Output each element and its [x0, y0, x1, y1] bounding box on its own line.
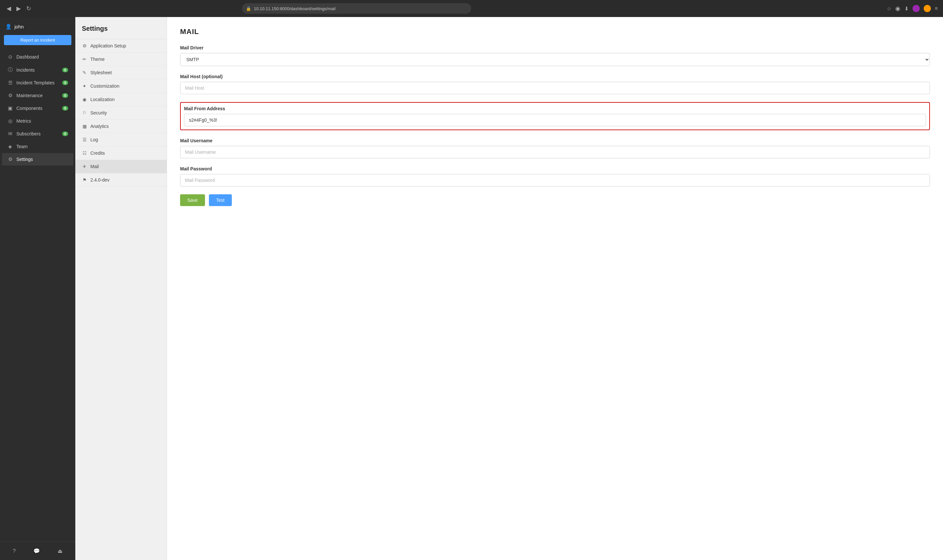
sidebar-item-label: Components — [16, 106, 42, 111]
refresh-button[interactable]: ↻ — [25, 4, 32, 13]
sidebar-item-components[interactable]: ▣ Components 0 — [2, 102, 73, 114]
mail-host-input[interactable] — [180, 82, 930, 94]
mail-username-input[interactable] — [180, 146, 930, 158]
sidebar-footer: ? 💬 ⏏ — [0, 542, 75, 560]
main-nav: ⊙ Dashboard ⓘ Incidents 0 ☰ Incident Tem… — [0, 50, 75, 542]
mail-from-address-input[interactable] — [184, 114, 926, 126]
star-button[interactable]: ☆ — [887, 6, 891, 12]
stylesheet-icon: ✎ — [82, 70, 87, 75]
settings-item-mail[interactable]: ✈ Mail — [75, 160, 167, 173]
sidebar-item-dashboard[interactable]: ⊙ Dashboard — [2, 51, 73, 63]
app-container: 👤 john Report an incident ⊙ Dashboard ⓘ … — [0, 17, 943, 560]
settings-item-stylesheet[interactable]: ✎ Stylesheet — [75, 66, 167, 80]
mail-from-address-label: Mail From Address — [184, 106, 926, 111]
sidebar-item-incidents[interactable]: ⓘ Incidents 0 — [2, 63, 73, 76]
incident-templates-badge: 0 — [62, 80, 68, 85]
username: john — [14, 24, 23, 29]
main-content: MAIL Mail Driver SMTP Mailgun Log Array … — [167, 17, 943, 560]
maintenance-icon: ⚙ — [7, 92, 13, 98]
sidebar-item-settings[interactable]: ⚙ Settings — [2, 153, 73, 166]
mail-username-label: Mail Username — [180, 138, 930, 143]
settings-icon: ⚙ — [7, 156, 13, 162]
sidebar-item-team[interactable]: ◈ Team — [2, 140, 73, 153]
form-actions: Save Test — [180, 194, 930, 206]
components-badge: 0 — [62, 106, 68, 111]
sidebar-item-maintenance[interactable]: ⚙ Maintenance 0 — [2, 89, 73, 102]
maintenance-badge: 0 — [62, 93, 68, 98]
settings-item-theme[interactable]: ✏ Theme — [75, 53, 167, 66]
address-bar[interactable]: 🔒 10.10.11.150:8000/dashboard/settings/m… — [242, 3, 471, 14]
sidebar-item-metrics[interactable]: ◎ Metrics — [2, 115, 73, 127]
report-incident-button[interactable]: Report an incident — [4, 35, 71, 45]
profile-icon[interactable] — [912, 5, 920, 12]
save-button[interactable]: Save — [180, 194, 205, 206]
settings-item-label: Security — [90, 110, 107, 115]
settings-item-analytics[interactable]: ▦ Analytics — [75, 120, 167, 133]
pocket-icon[interactable]: ◉ — [895, 5, 900, 12]
forward-button[interactable]: ▶ — [15, 4, 22, 13]
settings-sidebar: Settings ⚙ Application Setup ✏ Theme ✎ S… — [75, 17, 167, 560]
mail-driver-select[interactable]: SMTP Mailgun Log Array — [180, 53, 930, 66]
settings-item-version[interactable]: ⚑ 2.4.0-dev — [75, 173, 167, 187]
settings-item-log[interactable]: ☰ Log — [75, 133, 167, 146]
team-icon: ◈ — [7, 144, 13, 149]
settings-item-label: Analytics — [90, 124, 109, 129]
user-icon: 👤 — [5, 23, 12, 30]
credits-icon: ☷ — [82, 151, 87, 156]
version-icon: ⚑ — [82, 177, 87, 183]
mail-icon: ✈ — [82, 164, 87, 169]
dashboard-icon: ⊙ — [7, 54, 13, 60]
settings-item-credits[interactable]: ☷ Credits — [75, 146, 167, 160]
mail-password-label: Mail Password — [180, 166, 930, 171]
browser-chrome: ◀ ▶ ↻ 🔒 10.10.11.150:8000/dashboard/sett… — [0, 0, 943, 17]
settings-item-label: Application Setup — [90, 43, 126, 48]
settings-item-application-setup[interactable]: ⚙ Application Setup — [75, 39, 167, 53]
settings-item-localization[interactable]: ◉ Localization — [75, 93, 167, 106]
sidebar-item-label: Team — [16, 144, 28, 149]
localization-icon: ◉ — [82, 97, 87, 102]
settings-item-label: Credits — [90, 151, 105, 156]
chat-button[interactable]: 💬 — [31, 546, 42, 556]
settings-item-customization[interactable]: ✦ Customization — [75, 80, 167, 93]
left-sidebar: 👤 john Report an incident ⊙ Dashboard ⓘ … — [0, 17, 75, 560]
mail-password-group: Mail Password — [180, 166, 930, 186]
customization-icon: ✦ — [82, 83, 87, 89]
incidents-icon: ⓘ — [7, 67, 13, 73]
help-button[interactable]: ? — [11, 546, 18, 556]
menu-button[interactable]: ≡ — [935, 6, 938, 11]
log-icon: ☰ — [82, 137, 87, 142]
settings-item-label: Localization — [90, 97, 114, 102]
mail-host-group: Mail Host (optional) — [180, 74, 930, 94]
mail-host-label: Mail Host (optional) — [180, 74, 930, 79]
settings-item-label: Theme — [90, 57, 105, 62]
theme-icon: ✏ — [82, 57, 87, 62]
shield-icon: 🔒 — [246, 6, 251, 11]
mail-driver-label: Mail Driver — [180, 45, 930, 50]
logout-button[interactable]: ⏏ — [56, 546, 65, 556]
page-title: MAIL — [180, 28, 930, 36]
incident-templates-icon: ☰ — [7, 80, 13, 86]
download-button[interactable]: ⬇ — [904, 6, 909, 12]
settings-item-label: Log — [90, 137, 98, 142]
avatar-icon[interactable] — [924, 5, 931, 12]
settings-item-label: Customization — [90, 83, 119, 89]
sidebar-item-subscribers[interactable]: ✉ Subscribers 0 — [2, 128, 73, 140]
test-button[interactable]: Test — [209, 194, 232, 206]
mail-password-input[interactable] — [180, 174, 930, 186]
sidebar-item-label: Incident Templates — [16, 80, 54, 85]
analytics-icon: ▦ — [82, 124, 87, 129]
subscribers-badge: 0 — [62, 131, 68, 136]
back-button[interactable]: ◀ — [5, 4, 12, 13]
settings-item-security[interactable]: ⚐ Security — [75, 106, 167, 120]
sidebar-item-incident-templates[interactable]: ☰ Incident Templates 0 — [2, 77, 73, 89]
mail-driver-group: Mail Driver SMTP Mailgun Log Array — [180, 45, 930, 66]
sidebar-item-label: Settings — [16, 157, 33, 162]
mail-from-address-group: Mail From Address — [180, 102, 930, 130]
sidebar-item-label: Metrics — [16, 118, 31, 124]
settings-item-label: 2.4.0-dev — [90, 177, 110, 183]
sidebar-item-label: Incidents — [16, 68, 35, 72]
settings-item-label: Mail — [90, 164, 99, 169]
browser-action-buttons: ☆ ◉ ⬇ ≡ — [887, 5, 938, 12]
security-icon: ⚐ — [82, 110, 87, 115]
url-text: 10.10.11.150:8000/dashboard/settings/mai… — [254, 6, 335, 11]
